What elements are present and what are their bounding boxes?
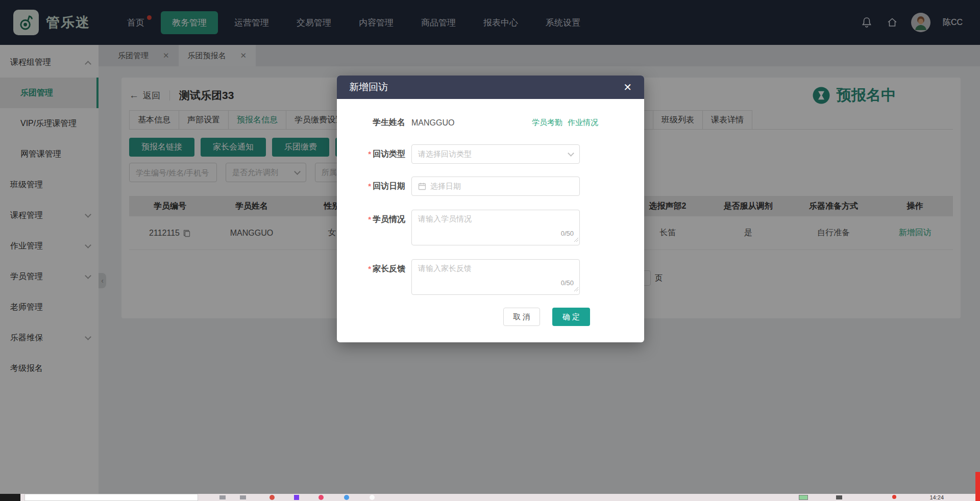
- modal-footer: 取 消 确 定: [337, 295, 644, 342]
- modal-body: 学生姓名 MANGGUO 学员考勤 作业情况 *回访类型 请选择回访类型 *回访…: [337, 99, 644, 295]
- taskbar-app-icon[interactable]: [219, 495, 226, 499]
- student-attendance-link[interactable]: 学员考勤: [532, 118, 562, 128]
- student-links: 学员考勤 作业情况: [532, 118, 598, 128]
- followup-date-picker[interactable]: 选择日期: [411, 177, 580, 196]
- required-asterisk: *: [368, 215, 371, 223]
- taskbar-app-icon[interactable]: [294, 495, 299, 500]
- taskbar-app-icon[interactable]: [270, 495, 275, 500]
- taskbar-app-icon[interactable]: [240, 495, 246, 499]
- followup-date-row: *回访日期 选择日期: [357, 177, 624, 196]
- parent-feedback-row: *家长反馈 0/50: [357, 259, 624, 295]
- modal-title: 新增回访: [349, 81, 388, 94]
- scrollbar-thumb[interactable]: [975, 472, 980, 501]
- close-icon[interactable]: ✕: [623, 82, 632, 92]
- cancel-button[interactable]: 取 消: [503, 308, 540, 326]
- taskbar-clock[interactable]: 14:24: [929, 494, 944, 500]
- tray-icon[interactable]: [836, 495, 842, 499]
- taskbar-app-icon[interactable]: [370, 495, 375, 500]
- taskbar-app-icon[interactable]: [318, 495, 324, 500]
- required-asterisk: *: [368, 149, 371, 158]
- student-name-value: MANGGUO: [411, 118, 454, 128]
- required-asterisk: *: [368, 264, 371, 273]
- resize-grip-icon[interactable]: [574, 235, 579, 244]
- chevron-down-icon: [568, 150, 574, 157]
- homework-status-link[interactable]: 作业情况: [568, 118, 598, 128]
- student-situation-label: *学员情况: [357, 210, 405, 225]
- student-name-row: 学生姓名 MANGGUO 学员考勤 作业情况: [357, 117, 624, 128]
- resize-grip-icon[interactable]: [574, 285, 579, 294]
- calendar-icon: [418, 182, 426, 190]
- char-counter: 0/50: [561, 230, 574, 237]
- student-name-label: 学生姓名: [357, 117, 405, 128]
- student-situation-row: *学员情况 0/50: [357, 210, 624, 245]
- add-followup-modal: 新增回访 ✕ 学生姓名 MANGGUO 学员考勤 作业情况 *回访类型 请选择回…: [337, 76, 644, 342]
- start-button[interactable]: [0, 494, 20, 501]
- os-taskbar: 14:24: [0, 494, 980, 501]
- modal-header: 新增回访 ✕: [337, 76, 644, 99]
- tray-notification-icon[interactable]: [892, 495, 896, 499]
- char-counter: 0/50: [561, 279, 574, 287]
- taskbar-app-icon[interactable]: [344, 495, 349, 500]
- parent-feedback-label: *家长反馈: [357, 259, 405, 274]
- parent-feedback-textarea[interactable]: [411, 259, 580, 295]
- confirm-button[interactable]: 确 定: [552, 308, 590, 326]
- followup-type-row: *回访类型 请选择回访类型: [357, 144, 624, 164]
- followup-type-label: *回访类型: [357, 144, 405, 160]
- followup-date-label: *回访日期: [357, 177, 405, 192]
- taskbar-search-input[interactable]: [24, 494, 198, 501]
- student-situation-textarea[interactable]: [411, 210, 580, 245]
- required-asterisk: *: [368, 182, 371, 190]
- followup-type-select[interactable]: 请选择回访类型: [411, 144, 580, 164]
- tray-display-icon[interactable]: [799, 495, 808, 500]
